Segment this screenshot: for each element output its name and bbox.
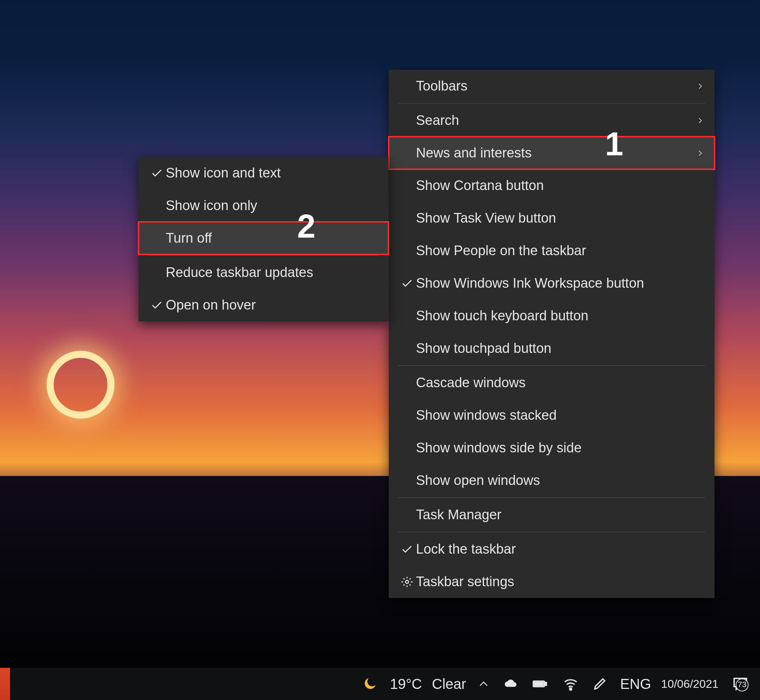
action-center-icon[interactable]: 73 <box>724 668 757 700</box>
news-interests-submenu: Show icon and text Show icon only Turn o… <box>139 157 388 321</box>
taskbar-app-icon[interactable] <box>0 668 10 700</box>
svg-point-4 <box>569 688 572 690</box>
checkmark-icon <box>148 299 166 312</box>
menu-item-lock-taskbar[interactable]: Lock the taskbar <box>389 533 715 566</box>
menu-separator <box>398 532 705 532</box>
menu-item-show-touch-keyboard[interactable]: Show touch keyboard button <box>389 300 715 332</box>
menu-item-stacked[interactable]: Show windows stacked <box>389 399 715 431</box>
ink-workspace-icon[interactable] <box>586 668 615 700</box>
menu-separator <box>398 497 705 498</box>
checkmark-icon <box>148 167 166 180</box>
menu-item-show-people[interactable]: Show People on the taskbar <box>389 234 715 267</box>
menu-item-label: Show Cortana button <box>416 178 704 193</box>
menu-item-show-task-view[interactable]: Show Task View button <box>389 202 715 234</box>
menu-item-label: Lock the taskbar <box>416 541 704 557</box>
menu-item-label: Show open windows <box>416 473 704 488</box>
menu-item-label: Show touch keyboard button <box>416 308 704 323</box>
menu-separator <box>398 103 705 103</box>
submenu-item-show-icon-only[interactable]: Show icon only <box>139 189 388 222</box>
checkmark-icon <box>398 277 416 290</box>
menu-item-show-cortana[interactable]: Show Cortana button <box>389 169 715 202</box>
menu-item-label: Show Task View button <box>416 211 704 226</box>
menu-item-label: Show windows side by side <box>416 440 704 456</box>
menu-separator <box>148 255 379 256</box>
chevron-right-icon <box>693 150 704 157</box>
menu-item-label: Show touchpad button <box>416 341 704 356</box>
submenu-item-label: Show icon and text <box>166 165 378 181</box>
submenu-item-reduce-updates[interactable]: Reduce taskbar updates <box>139 256 388 289</box>
taskbar-context-menu: Toolbars Search News and interests Show … <box>389 70 715 598</box>
wallpaper-sun <box>47 351 114 419</box>
menu-item-label: Search <box>416 113 693 128</box>
menu-item-task-manager[interactable]: Task Manager <box>389 498 715 531</box>
menu-item-search[interactable]: Search <box>389 104 715 137</box>
desktop: Toolbars Search News and interests Show … <box>0 0 760 700</box>
taskbar[interactable]: 19°C Clear ENG 10/06/2021 73 <box>0 668 760 700</box>
weather-temperature[interactable]: 19°C <box>385 676 427 692</box>
menu-item-cascade[interactable]: Cascade windows <box>389 366 715 399</box>
menu-item-toolbars[interactable]: Toolbars <box>389 70 715 102</box>
menu-item-label: Show Windows Ink Workspace button <box>416 275 704 291</box>
clock-date[interactable]: 10/06/2021 <box>656 677 724 691</box>
menu-item-label: Show windows stacked <box>416 408 704 423</box>
menu-separator <box>398 366 705 366</box>
menu-item-label: Show People on the taskbar <box>416 243 704 258</box>
svg-point-0 <box>406 580 409 583</box>
submenu-item-label: Show icon only <box>166 198 378 213</box>
submenu-item-show-icon-text[interactable]: Show icon and text <box>139 157 388 189</box>
submenu-item-label: Reduce taskbar updates <box>166 265 378 280</box>
menu-item-show-touchpad[interactable]: Show touchpad button <box>389 332 715 365</box>
svg-rect-3 <box>545 683 547 685</box>
weather-condition[interactable]: Clear <box>427 676 471 692</box>
tray-expand-icon[interactable] <box>471 668 496 700</box>
battery-icon[interactable] <box>525 668 555 700</box>
menu-item-side-by-side[interactable]: Show windows side by side <box>389 431 715 464</box>
onedrive-icon[interactable] <box>496 668 525 700</box>
menu-item-show-ink[interactable]: Show Windows Ink Workspace button <box>389 267 715 300</box>
menu-item-show-open[interactable]: Show open windows <box>389 464 715 497</box>
language-indicator[interactable]: ENG <box>615 676 656 692</box>
menu-item-label: Task Manager <box>416 507 704 522</box>
submenu-item-open-on-hover[interactable]: Open on hover <box>139 289 388 321</box>
submenu-item-turn-off[interactable]: Turn off <box>139 222 388 255</box>
menu-item-label: Cascade windows <box>416 375 704 391</box>
menu-item-label: Toolbars <box>416 78 693 94</box>
menu-item-taskbar-settings[interactable]: Taskbar settings <box>389 566 715 598</box>
chevron-right-icon <box>693 117 704 124</box>
weather-moon-icon[interactable] <box>355 668 385 700</box>
wifi-icon[interactable] <box>555 668 586 700</box>
submenu-item-label: Turn off <box>166 230 378 246</box>
chevron-right-icon <box>693 83 704 90</box>
gear-icon <box>398 576 416 588</box>
menu-item-news-interests[interactable]: News and interests <box>389 137 715 169</box>
checkmark-icon <box>398 543 416 556</box>
menu-item-label: News and interests <box>416 145 693 161</box>
submenu-item-label: Open on hover <box>166 297 378 313</box>
menu-item-label: Taskbar settings <box>416 574 704 589</box>
notification-count: 73 <box>736 678 749 691</box>
svg-rect-2 <box>535 683 543 685</box>
